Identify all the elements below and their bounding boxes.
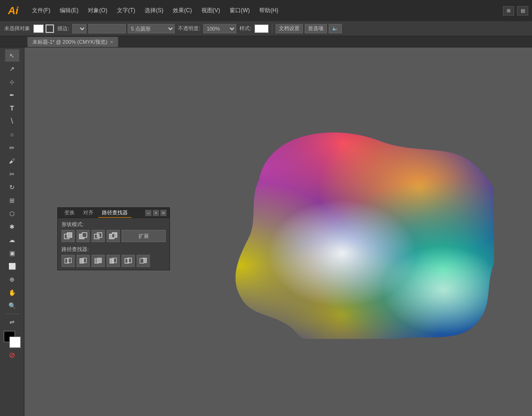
workspace-icon[interactable]: ⊞ bbox=[503, 6, 514, 16]
pf-minus-back[interactable] bbox=[137, 255, 150, 267]
svg-rect-15 bbox=[97, 234, 99, 237]
shape-mode-minus-front[interactable] bbox=[77, 230, 90, 242]
artboard-tool[interactable]: ⬜ bbox=[5, 260, 19, 272]
stroke-icon[interactable] bbox=[46, 24, 54, 33]
speaker-button[interactable]: 🔈 bbox=[329, 24, 342, 33]
tabbar: 未标题-1* @ 200% (CMYK/预览) × bbox=[0, 36, 532, 47]
point-shape-dropdown[interactable]: 5 点圆形 bbox=[128, 24, 175, 33]
svg-rect-8 bbox=[156, 94, 494, 339]
view-toggle[interactable]: ⇌ bbox=[5, 316, 19, 328]
separator bbox=[272, 24, 272, 33]
panel-body: 形状模式: bbox=[58, 218, 170, 270]
none-icon[interactable]: ⊘ bbox=[5, 349, 19, 361]
canvas-area[interactable]: 变换 对齐 路径查找器 – × ≡ 形状模式: bbox=[24, 47, 532, 416]
line-tool[interactable]: \ bbox=[5, 115, 19, 127]
pf-trim[interactable] bbox=[77, 255, 90, 267]
blend-tool[interactable]: ✱ bbox=[5, 220, 19, 233]
tab-close-button[interactable]: × bbox=[110, 39, 113, 45]
pen-tool[interactable]: ✒ bbox=[5, 89, 19, 101]
panel-close-button[interactable]: × bbox=[153, 210, 159, 216]
menu-help[interactable]: 帮助(H) bbox=[255, 5, 282, 16]
main-area: ↖ ↗ ⊹ ✒ T \ ○ ✏ 🖌 ✂ ↻ ⊞ ⬡ ✱ ☁ ▣ ⬜ ⊕ ✋ 🔍 … bbox=[0, 47, 532, 416]
paint-tool[interactable]: 🖌 bbox=[5, 155, 19, 167]
stroke-dropdown[interactable] bbox=[72, 24, 86, 33]
svg-rect-28 bbox=[113, 259, 114, 263]
control-toolbar: 未选择对象 描边: 5 点圆形 不透明度: 100% 样式: 文档设置 首选项 … bbox=[0, 21, 532, 36]
panel-menu-button[interactable]: ≡ bbox=[160, 210, 167, 216]
lasso-tool[interactable]: ⊹ bbox=[5, 76, 19, 88]
ellipse-tool[interactable]: ○ bbox=[5, 128, 19, 141]
hand-tool[interactable]: ✋ bbox=[5, 286, 19, 298]
pf-outline[interactable] bbox=[122, 255, 135, 267]
menu-view[interactable]: 视图(V) bbox=[198, 5, 224, 16]
stroke-label: 描边: bbox=[56, 25, 70, 32]
shape-modes-row: 扩展 bbox=[62, 230, 166, 242]
panel-tab-transform[interactable]: 变换 bbox=[61, 208, 78, 217]
expand-button[interactable]: 扩展 bbox=[122, 230, 166, 242]
symbol-tool[interactable]: ☁ bbox=[5, 234, 19, 246]
panel-tab-align[interactable]: 对齐 bbox=[79, 208, 97, 217]
path-finder-row bbox=[62, 255, 166, 267]
svg-rect-12 bbox=[82, 233, 87, 237]
menu-file[interactable]: 文件(F) bbox=[28, 5, 54, 16]
pf-divide[interactable] bbox=[62, 255, 75, 267]
svg-rect-25 bbox=[98, 258, 101, 263]
menu-effect[interactable]: 效果(C) bbox=[169, 5, 196, 16]
pf-merge[interactable] bbox=[92, 255, 105, 267]
menu-select[interactable]: 选择(S) bbox=[141, 5, 167, 16]
color-swatches bbox=[4, 331, 21, 348]
zoom-tool[interactable]: 🔍 bbox=[5, 299, 19, 312]
menu-text[interactable]: 文字(T) bbox=[113, 5, 139, 16]
shape-modes-label: 形状模式: bbox=[62, 221, 166, 228]
menubar: Ai 文件(F) 编辑(E) 对象(O) 文字(T) 选择(S) 效果(C) 视… bbox=[0, 0, 532, 21]
svg-rect-32 bbox=[140, 259, 144, 263]
opacity-dropdown[interactable]: 100% bbox=[203, 24, 236, 33]
app-logo: Ai bbox=[4, 1, 23, 20]
opacity-label: 不透明度: bbox=[177, 25, 201, 32]
document-tab[interactable]: 未标题-1* @ 200% (CMYK/预览) × bbox=[27, 37, 118, 47]
preferences-button[interactable]: 首选项 bbox=[305, 24, 327, 33]
no-select-label: 未选择对象 bbox=[3, 25, 31, 32]
slice-tool[interactable]: ⊕ bbox=[5, 273, 19, 285]
path-finder-label: 路径查找器: bbox=[62, 246, 166, 253]
reflect-tool[interactable]: ⊞ bbox=[5, 194, 19, 206]
type-tool[interactable]: T bbox=[5, 102, 19, 114]
shape-mode-unite[interactable] bbox=[62, 230, 75, 242]
direct-select-tool[interactable]: ↗ bbox=[5, 63, 19, 75]
select-tool[interactable]: ↖ bbox=[5, 49, 19, 62]
pathfinder-panel: 变换 对齐 路径查找器 – × ≡ 形状模式: bbox=[57, 207, 170, 270]
graph-tool[interactable]: ▣ bbox=[5, 247, 19, 259]
left-toolbar: ↖ ↗ ⊹ ✒ T \ ○ ✏ 🖌 ✂ ↻ ⊞ ⬡ ✱ ☁ ▣ ⬜ ⊕ ✋ 🔍 … bbox=[0, 47, 24, 416]
fill-swatch[interactable] bbox=[33, 24, 44, 33]
blob-svg bbox=[156, 94, 494, 339]
panel-tab-pathfinder[interactable]: 路径查找器 bbox=[98, 208, 131, 218]
blob-artwork bbox=[156, 94, 494, 339]
menu-edit[interactable]: 编辑(E) bbox=[56, 5, 82, 16]
panel-titlebar: 变换 对齐 路径查找器 – × ≡ bbox=[58, 208, 170, 218]
arrange-icon[interactable]: ▤ bbox=[517, 6, 528, 16]
tool-separator bbox=[5, 314, 19, 314]
pf-crop[interactable] bbox=[107, 255, 120, 267]
eraser-tool[interactable]: ✂ bbox=[5, 168, 19, 180]
pencil-tool[interactable]: ✏ bbox=[5, 141, 19, 154]
background-swatch[interactable] bbox=[9, 337, 21, 348]
style-swatch[interactable] bbox=[254, 24, 269, 33]
svg-rect-10 bbox=[67, 233, 72, 237]
doc-settings-button[interactable]: 文档设置 bbox=[276, 24, 303, 33]
shape-mode-exclude[interactable] bbox=[107, 230, 120, 242]
scale-tool[interactable]: ⬡ bbox=[5, 207, 19, 220]
menu-object[interactable]: 对象(O) bbox=[84, 5, 111, 16]
style-label: 样式: bbox=[238, 25, 253, 32]
shape-mode-intersect[interactable] bbox=[92, 230, 105, 242]
svg-rect-18 bbox=[112, 234, 114, 237]
stroke-value-input[interactable] bbox=[88, 24, 126, 33]
rotate-tool[interactable]: ↻ bbox=[5, 181, 19, 193]
panel-collapse-button[interactable]: – bbox=[145, 210, 152, 216]
menu-window[interactable]: 窗口(W) bbox=[226, 5, 254, 16]
tab-title: 未标题-1* @ 200% (CMYK/预览) bbox=[32, 39, 108, 46]
